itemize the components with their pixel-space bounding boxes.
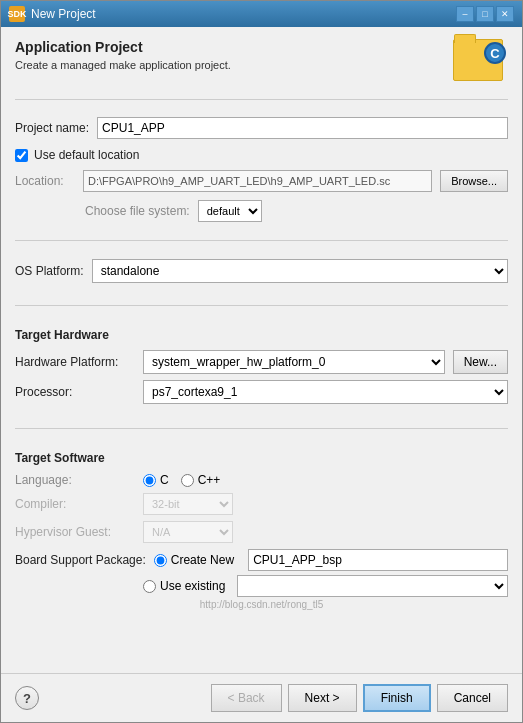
form-section: Project name: Use default location Locat… [15,116,508,597]
target-software-section: Target Software Language: C C++ [15,451,508,597]
c-badge: C [484,42,506,64]
hypervisor-select[interactable]: N/A [143,521,233,543]
use-default-location-checkbox[interactable] [15,149,28,162]
create-new-option: Create New [154,553,240,567]
bsp-label: Board Support Package: [15,553,146,567]
filesystem-row: Choose file system: default [15,200,508,222]
target-hardware-section: Target Hardware Hardware Platform: syste… [15,328,508,410]
location-row: Location: Browse... [15,170,508,192]
project-name-label: Project name: [15,121,89,135]
minimize-button[interactable]: – [456,6,474,22]
language-radio-group: C C++ [143,473,220,487]
separator-1 [15,240,508,241]
app-icon: SDK [9,6,25,22]
language-c-label: C [160,473,169,487]
help-button[interactable]: ? [15,686,39,710]
bsp-row: Board Support Package: Create New [15,549,508,571]
window: SDK New Project – □ ✕ Application Projec… [0,0,523,723]
header-icon: C [453,39,508,89]
footer-buttons: < Back Next > Finish Cancel [211,684,508,712]
compiler-row: Compiler: 32-bit [15,493,508,515]
back-button[interactable]: < Back [211,684,282,712]
hw-platform-select[interactable]: system_wrapper_hw_platform_0 [143,350,445,374]
use-existing-radio[interactable] [143,580,156,593]
language-row: Language: C C++ [15,473,508,487]
title-bar: SDK New Project – □ ✕ [1,1,522,27]
target-software-header: Target Software [15,451,508,465]
os-platform-select[interactable]: standalone [92,259,508,283]
create-new-radio[interactable] [154,554,167,567]
compiler-select[interactable]: 32-bit [143,493,233,515]
separator-3 [15,428,508,429]
watermark: http://blog.csdn.net/rong_tl5 [15,597,508,612]
use-default-location-row: Use default location [15,148,508,162]
separator-2 [15,305,508,306]
filesystem-label: Choose file system: [85,204,190,218]
footer: ? < Back Next > Finish Cancel [1,673,522,722]
os-platform-row: OS Platform: standalone [15,259,508,283]
filesystem-select[interactable]: default [198,200,262,222]
page-title: Application Project [15,39,231,55]
browse-button[interactable]: Browse... [440,170,508,192]
language-label: Language: [15,473,135,487]
maximize-button[interactable]: □ [476,6,494,22]
header-text: Application Project Create a managed mak… [15,39,231,71]
compiler-label: Compiler: [15,497,135,511]
finish-button[interactable]: Finish [363,684,431,712]
close-button[interactable]: ✕ [496,6,514,22]
header-section: Application Project Create a managed mak… [15,39,508,100]
next-button[interactable]: Next > [288,684,357,712]
use-existing-row: Use existing [15,575,508,597]
create-new-label: Create New [171,553,234,567]
language-c-radio[interactable] [143,474,156,487]
content-area: Application Project Create a managed mak… [1,27,522,673]
title-bar-left: SDK New Project [9,6,96,22]
processor-label: Processor: [15,385,135,399]
use-existing-option: Use existing [143,579,225,593]
new-platform-button[interactable]: New... [453,350,508,374]
target-hardware-header: Target Hardware [15,328,508,342]
use-default-location-label: Use default location [34,148,139,162]
use-existing-label: Use existing [160,579,225,593]
page-subtitle: Create a managed make application projec… [15,59,231,71]
cancel-button[interactable]: Cancel [437,684,508,712]
title-bar-buttons: – □ ✕ [456,6,514,22]
os-platform-label: OS Platform: [15,264,84,278]
processor-select[interactable]: ps7_cortexa9_1 [143,380,508,404]
processor-row: Processor: ps7_cortexa9_1 [15,380,508,404]
use-existing-select[interactable] [237,575,508,597]
language-c-option: C [143,473,169,487]
location-input[interactable] [83,170,432,192]
hypervisor-row: Hypervisor Guest: N/A [15,521,508,543]
hypervisor-label: Hypervisor Guest: [15,525,135,539]
window-title: New Project [31,7,96,21]
location-label: Location: [15,174,75,188]
folder-icon: C [453,39,503,81]
footer-left: ? [15,686,39,710]
hw-platform-label: Hardware Platform: [15,355,135,369]
language-cpp-label: C++ [198,473,221,487]
language-cpp-radio[interactable] [181,474,194,487]
bsp-name-input[interactable] [248,549,508,571]
hw-platform-row: Hardware Platform: system_wrapper_hw_pla… [15,350,508,374]
language-cpp-option: C++ [181,473,221,487]
project-name-row: Project name: [15,116,508,140]
project-name-input[interactable] [97,117,508,139]
